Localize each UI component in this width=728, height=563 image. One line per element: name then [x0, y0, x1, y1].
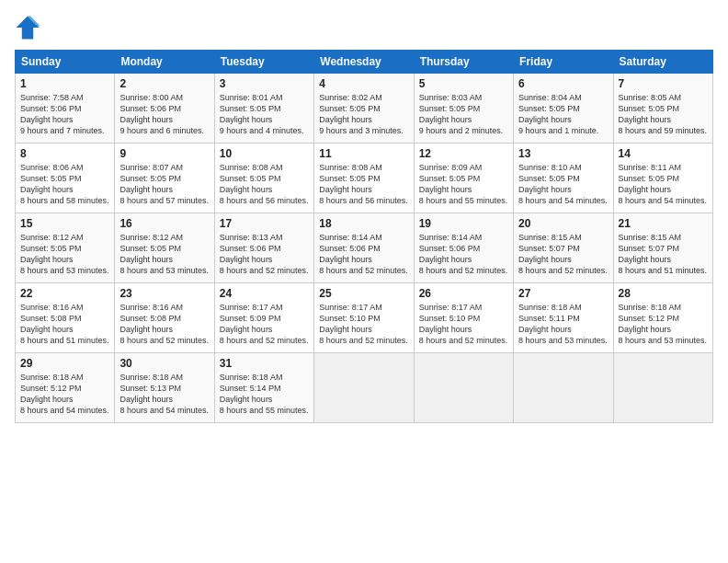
calendar-cell: 18Sunrise: 8:14 AMSunset: 5:06 PMDayligh… — [314, 213, 414, 283]
day-number: 2 — [119, 77, 209, 90]
day-info: Sunrise: 8:16 AMSunset: 5:08 PMDaylight … — [119, 302, 209, 347]
day-info: Sunrise: 8:17 AMSunset: 5:10 PMDaylight … — [319, 302, 408, 347]
day-number: 5 — [419, 77, 508, 90]
calendar-cell: 23Sunrise: 8:16 AMSunset: 5:08 PMDayligh… — [115, 283, 214, 353]
day-number: 12 — [419, 147, 508, 160]
day-number: 16 — [119, 217, 209, 230]
day-number: 31 — [220, 357, 309, 370]
calendar-cell: 24Sunrise: 8:17 AMSunset: 5:09 PMDayligh… — [214, 283, 313, 353]
day-number: 28 — [619, 287, 708, 300]
day-number: 17 — [220, 217, 309, 230]
calendar-cell: 5Sunrise: 8:03 AMSunset: 5:05 PMDaylight… — [414, 74, 513, 144]
calendar-cell: 13Sunrise: 8:10 AMSunset: 5:05 PMDayligh… — [514, 144, 613, 213]
weekday-header: Saturday — [613, 51, 712, 74]
calendar-week-row: 29Sunrise: 8:18 AMSunset: 5:12 PMDayligh… — [16, 353, 713, 423]
calendar-cell: 21Sunrise: 8:15 AMSunset: 5:07 PMDayligh… — [613, 213, 712, 283]
calendar-cell: 8Sunrise: 8:06 AMSunset: 5:05 PMDaylight… — [16, 144, 115, 213]
day-info: Sunrise: 8:06 AMSunset: 5:05 PMDaylight … — [20, 162, 109, 207]
day-info: Sunrise: 8:14 AMSunset: 5:06 PMDaylight … — [319, 232, 408, 277]
day-info: Sunrise: 8:12 AMSunset: 5:05 PMDaylight … — [20, 232, 109, 277]
day-info: Sunrise: 8:18 AMSunset: 5:11 PMDaylight … — [518, 302, 608, 347]
calendar-cell: 31Sunrise: 8:18 AMSunset: 5:14 PMDayligh… — [214, 353, 313, 423]
day-number: 25 — [319, 287, 408, 300]
calendar-table: SundayMondayTuesdayWednesdayThursdayFrid… — [15, 50, 713, 423]
calendar-cell — [514, 353, 613, 423]
day-info: Sunrise: 8:04 AMSunset: 5:05 PMDaylight … — [518, 92, 608, 137]
day-number: 27 — [518, 287, 608, 300]
day-info: Sunrise: 8:12 AMSunset: 5:05 PMDaylight … — [119, 232, 209, 277]
weekday-header: Thursday — [414, 51, 513, 74]
day-number: 4 — [319, 77, 408, 90]
calendar-cell: 15Sunrise: 8:12 AMSunset: 5:05 PMDayligh… — [16, 213, 115, 283]
calendar-cell: 29Sunrise: 8:18 AMSunset: 5:12 PMDayligh… — [16, 353, 115, 423]
calendar-header-row: SundayMondayTuesdayWednesdayThursdayFrid… — [16, 51, 713, 74]
day-number: 29 — [20, 357, 109, 370]
day-info: Sunrise: 8:18 AMSunset: 5:13 PMDaylight … — [119, 372, 209, 417]
calendar-cell — [414, 353, 513, 423]
day-info: Sunrise: 8:18 AMSunset: 5:12 PMDaylight … — [619, 302, 708, 347]
calendar-cell: 4Sunrise: 8:02 AMSunset: 5:05 PMDaylight… — [314, 74, 414, 144]
day-info: Sunrise: 8:01 AMSunset: 5:05 PMDaylight … — [220, 92, 309, 137]
day-number: 18 — [319, 217, 408, 230]
logo — [15, 15, 42, 40]
day-number: 1 — [20, 77, 109, 90]
day-info: Sunrise: 8:09 AMSunset: 5:05 PMDaylight … — [419, 162, 508, 207]
calendar-cell: 25Sunrise: 8:17 AMSunset: 5:10 PMDayligh… — [314, 283, 414, 353]
day-number: 23 — [119, 287, 209, 300]
calendar-cell: 3Sunrise: 8:01 AMSunset: 5:05 PMDaylight… — [214, 74, 313, 144]
weekday-header: Friday — [514, 51, 613, 74]
calendar-cell: 12Sunrise: 8:09 AMSunset: 5:05 PMDayligh… — [414, 144, 513, 213]
day-number: 15 — [20, 217, 109, 230]
day-info: Sunrise: 8:11 AMSunset: 5:05 PMDaylight … — [619, 162, 708, 207]
calendar-cell: 19Sunrise: 8:14 AMSunset: 5:06 PMDayligh… — [414, 213, 513, 283]
calendar-cell: 14Sunrise: 8:11 AMSunset: 5:05 PMDayligh… — [613, 144, 712, 213]
header — [15, 15, 713, 40]
calendar-cell: 22Sunrise: 8:16 AMSunset: 5:08 PMDayligh… — [16, 283, 115, 353]
page: SundayMondayTuesdayWednesdayThursdayFrid… — [0, 0, 728, 563]
day-number: 19 — [419, 217, 508, 230]
calendar-cell: 16Sunrise: 8:12 AMSunset: 5:05 PMDayligh… — [115, 213, 214, 283]
calendar-week-row: 15Sunrise: 8:12 AMSunset: 5:05 PMDayligh… — [16, 213, 713, 283]
calendar-cell: 27Sunrise: 8:18 AMSunset: 5:11 PMDayligh… — [514, 283, 613, 353]
day-info: Sunrise: 8:00 AMSunset: 5:06 PMDaylight … — [119, 92, 209, 137]
day-number: 6 — [518, 77, 608, 90]
calendar-week-row: 8Sunrise: 8:06 AMSunset: 5:05 PMDaylight… — [16, 144, 713, 213]
day-info: Sunrise: 8:14 AMSunset: 5:06 PMDaylight … — [419, 232, 508, 277]
calendar-cell — [613, 353, 712, 423]
day-number: 11 — [319, 147, 408, 160]
day-number: 20 — [518, 217, 608, 230]
day-number: 26 — [419, 287, 508, 300]
day-info: Sunrise: 8:18 AMSunset: 5:14 PMDaylight … — [220, 372, 309, 417]
day-number: 3 — [220, 77, 309, 90]
calendar-cell: 7Sunrise: 8:05 AMSunset: 5:05 PMDaylight… — [613, 74, 712, 144]
day-info: Sunrise: 7:58 AMSunset: 5:06 PMDaylight … — [20, 92, 109, 137]
day-info: Sunrise: 8:17 AMSunset: 5:10 PMDaylight … — [419, 302, 508, 347]
calendar-week-row: 1Sunrise: 7:58 AMSunset: 5:06 PMDaylight… — [16, 74, 713, 144]
day-info: Sunrise: 8:17 AMSunset: 5:09 PMDaylight … — [220, 302, 309, 347]
calendar-cell: 26Sunrise: 8:17 AMSunset: 5:10 PMDayligh… — [414, 283, 513, 353]
day-info: Sunrise: 8:16 AMSunset: 5:08 PMDaylight … — [20, 302, 109, 347]
day-info: Sunrise: 8:03 AMSunset: 5:05 PMDaylight … — [419, 92, 508, 137]
day-number: 13 — [518, 147, 608, 160]
calendar-cell: 30Sunrise: 8:18 AMSunset: 5:13 PMDayligh… — [115, 353, 214, 423]
day-number: 30 — [119, 357, 209, 370]
day-number: 21 — [619, 217, 708, 230]
day-info: Sunrise: 8:10 AMSunset: 5:05 PMDaylight … — [518, 162, 608, 207]
day-info: Sunrise: 8:08 AMSunset: 5:05 PMDaylight … — [319, 162, 408, 207]
svg-marker-0 — [17, 17, 40, 40]
day-number: 24 — [220, 287, 309, 300]
calendar-cell: 10Sunrise: 8:08 AMSunset: 5:05 PMDayligh… — [214, 144, 313, 213]
logo-icon — [15, 15, 40, 40]
weekday-header: Sunday — [16, 51, 115, 74]
calendar-cell: 9Sunrise: 8:07 AMSunset: 5:05 PMDaylight… — [115, 144, 214, 213]
day-info: Sunrise: 8:15 AMSunset: 5:07 PMDaylight … — [518, 232, 608, 277]
day-info: Sunrise: 8:18 AMSunset: 5:12 PMDaylight … — [20, 372, 109, 417]
calendar-cell: 20Sunrise: 8:15 AMSunset: 5:07 PMDayligh… — [514, 213, 613, 283]
day-info: Sunrise: 8:05 AMSunset: 5:05 PMDaylight … — [619, 92, 708, 137]
calendar-cell — [314, 353, 414, 423]
weekday-header: Tuesday — [214, 51, 313, 74]
day-number: 22 — [20, 287, 109, 300]
weekday-header: Wednesday — [314, 51, 414, 74]
day-info: Sunrise: 8:08 AMSunset: 5:05 PMDaylight … — [220, 162, 309, 207]
day-info: Sunrise: 8:15 AMSunset: 5:07 PMDaylight … — [619, 232, 708, 277]
